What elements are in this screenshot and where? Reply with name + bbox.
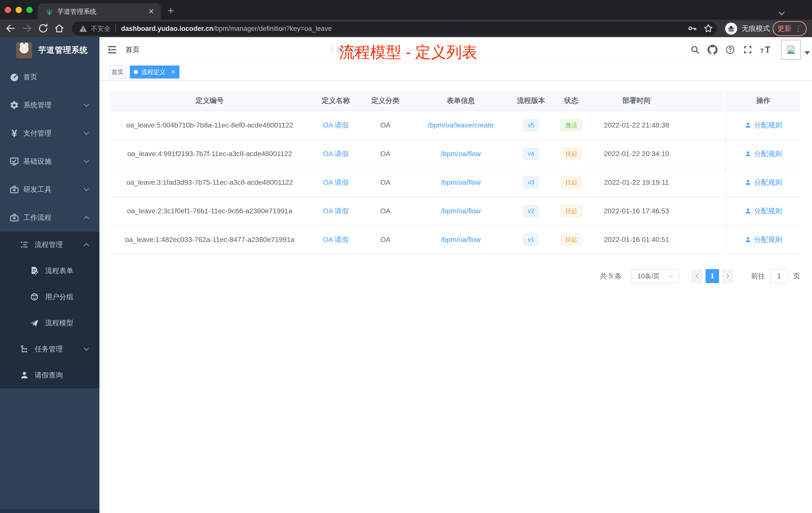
goto-page-input[interactable]: [770, 269, 788, 283]
form-link[interactable]: /bpm/oa/flow: [441, 178, 481, 186]
dashboard-icon: [9, 72, 19, 82]
browser-tab[interactable]: 芋道管理系统 ✕: [38, 3, 161, 20]
svg-text:T: T: [760, 48, 764, 54]
sidebar-item-leave-query[interactable]: 请假查询: [0, 362, 99, 388]
definition-name-link[interactable]: OA 请假: [323, 178, 349, 187]
definition-name-link[interactable]: OA 请假: [323, 206, 349, 216]
sidebar-item-task-management[interactable]: 任务管理: [0, 336, 99, 362]
fullscreen-icon[interactable]: [743, 45, 753, 55]
sidebar-item-user-group[interactable]: 用户分组: [0, 284, 99, 310]
not-secure-warning-icon[interactable]: [79, 24, 87, 33]
window-zoom-button[interactable]: [26, 7, 33, 13]
sidebar-item-process-form[interactable]: 流程表单: [0, 258, 99, 284]
password-key-icon[interactable]: [687, 23, 697, 34]
github-icon[interactable]: [707, 45, 718, 55]
assign-rule-button[interactable]: 分配规则: [745, 178, 782, 187]
incognito-icon: [725, 23, 737, 35]
window-minimize-button[interactable]: [16, 7, 22, 13]
broken-image-icon: [785, 44, 796, 55]
search-icon[interactable]: [690, 45, 700, 55]
security-label[interactable]: 不安全: [91, 24, 111, 33]
chevron-down-icon: [83, 186, 90, 193]
sidebar-item-process-management[interactable]: 流程管理: [0, 232, 99, 258]
site-favicon: [46, 8, 53, 15]
form-link[interactable]: /bpm/oa/flow: [441, 207, 481, 215]
user-icon: [745, 122, 752, 129]
sidebar-item-infrastructure[interactable]: 基础设施: [0, 147, 99, 175]
forward-button[interactable]: [22, 23, 33, 34]
font-size-icon[interactable]: TT: [760, 45, 774, 55]
status-badge: 挂起: [561, 205, 582, 217]
reload-button[interactable]: [38, 23, 49, 34]
cell-category: OA: [361, 150, 409, 158]
tab-search-chevron-icon[interactable]: [777, 9, 786, 18]
form-link[interactable]: /bpm/oa/leave/create: [428, 121, 494, 129]
sidebar-item-payment[interactable]: ¥ 支付管理: [0, 119, 99, 147]
definition-name-link[interactable]: OA 请假: [323, 120, 349, 130]
assign-rule-button[interactable]: 分配规则: [745, 206, 782, 216]
sidebar-item-dev-tools[interactable]: 研发工具: [0, 175, 99, 204]
form-link[interactable]: /bpm/oa/flow: [441, 150, 481, 158]
sidebar-item-system[interactable]: 系统管理: [0, 91, 99, 119]
toolbox-icon: [9, 184, 19, 194]
assign-rule-button[interactable]: 分配规则: [745, 120, 782, 130]
col-header-id: 定义编号: [109, 96, 310, 105]
sidebar-item-label: 请假查询: [35, 370, 63, 380]
breadcrumb-home[interactable]: 首页: [125, 45, 326, 55]
avatar-dropdown-caret-icon[interactable]: [805, 51, 810, 55]
sidebar-item-process-model[interactable]: 流程模型: [0, 310, 99, 336]
sidebar-item-home[interactable]: 首页: [0, 63, 99, 91]
hamburger-collapse-icon[interactable]: [107, 44, 117, 55]
chevron-down-icon: [83, 130, 90, 137]
next-page-button[interactable]: [722, 269, 733, 283]
browser-menu-dots-icon[interactable]: ⋮: [794, 27, 802, 31]
cell-definition-id: oa_leave:4:991f2193-7b7f-11ec-a3c8-acde4…: [109, 150, 310, 158]
help-icon[interactable]: [725, 45, 735, 55]
new-tab-button[interactable]: +: [168, 5, 174, 16]
user-icon: [745, 236, 752, 243]
current-page-button[interactable]: 1: [705, 269, 719, 283]
select-chevron-icon: [668, 273, 674, 279]
cell-definition-id: oa_leave:1:482ec033-762a-11ec-8477-a2380…: [109, 236, 310, 244]
workflow-submenu: 流程管理 流程表单 用户分组 流程模型: [0, 232, 99, 388]
col-header-version: 流程版本: [512, 96, 550, 105]
user-icon: [745, 150, 752, 157]
cell-deploy-time: 2022-01-22 20:34:10: [592, 150, 680, 158]
monitor-icon: [9, 156, 19, 167]
url-bar[interactable]: 不安全 dashboard.yudao.iocoder.cn/bpm/manag…: [72, 22, 717, 36]
tag-home[interactable]: 首页: [109, 65, 126, 79]
col-header-time: 部署时间: [592, 96, 680, 105]
bookmark-star-icon[interactable]: [703, 23, 714, 34]
assign-rule-button[interactable]: 分配规则: [745, 149, 782, 159]
browser-update-button[interactable]: 更新 ⋮: [773, 21, 807, 36]
assign-rule-button[interactable]: 分配规则: [745, 235, 782, 244]
tag-close-icon[interactable]: ✕: [171, 69, 175, 75]
tab-close-icon[interactable]: ✕: [148, 8, 154, 15]
cell-category: OA: [361, 207, 409, 215]
sidebar-logo[interactable]: 芋道管理系统: [0, 37, 99, 63]
prev-page-button[interactable]: [691, 269, 703, 283]
definition-name-link[interactable]: OA 请假: [323, 149, 349, 159]
active-tag-dot: [134, 70, 138, 74]
sidebar-item-label: 基础设施: [23, 157, 52, 166]
sidebar-item-label: 系统管理: [23, 100, 52, 110]
page-size-select[interactable]: 10条/页: [631, 269, 679, 283]
version-badge: v1: [523, 234, 539, 246]
back-button[interactable]: [5, 23, 16, 34]
tree-icon: [20, 344, 29, 354]
tag-process-definition[interactable]: 流程定义 ✕: [130, 65, 179, 79]
home-button[interactable]: [54, 23, 65, 34]
sidebar-item-label: 支付管理: [23, 128, 52, 138]
update-label: 更新: [777, 24, 791, 33]
window-close-button[interactable]: [5, 7, 11, 13]
definition-name-link[interactable]: OA 请假: [323, 235, 349, 244]
user-avatar[interactable]: [781, 40, 801, 60]
svg-text:T: T: [765, 45, 770, 55]
form-link[interactable]: /bpm/oa/flow: [441, 236, 481, 244]
sidebar-item-workflow[interactable]: 工作流程: [0, 204, 99, 232]
url-path: /bpm/manager/definition?key=oa_leave: [213, 25, 332, 33]
cell-category: OA: [361, 236, 409, 244]
page-unit-label: 页: [793, 271, 800, 281]
main-area: 首页 / 流程定义 流程模型 - 定义列表 TT: [99, 37, 812, 513]
app-header: 首页 / 流程定义 流程模型 - 定义列表 TT: [99, 37, 812, 62]
